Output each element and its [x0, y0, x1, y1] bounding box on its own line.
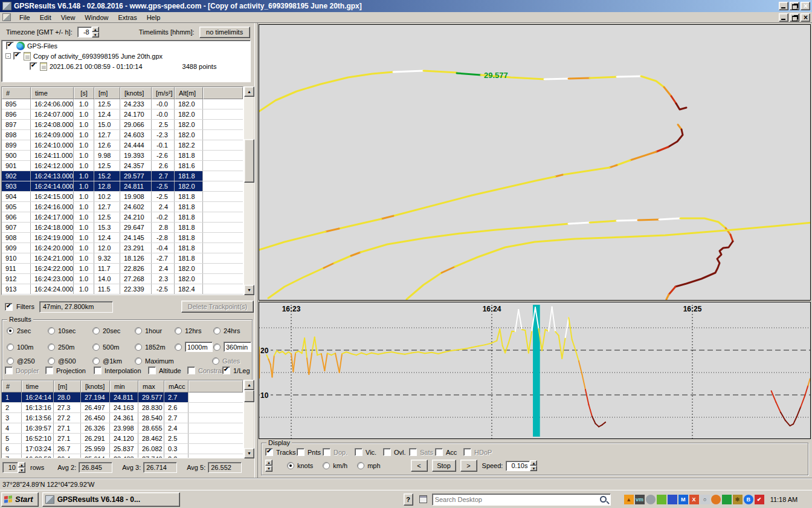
checkbox-option-Vic.[interactable]: Vic. — [355, 448, 383, 456]
unit-radio-knots[interactable]: knots — [287, 462, 313, 469]
speed-up-icon[interactable]: ▲ — [530, 460, 537, 466]
table-row[interactable]: 90416:24:15.0001.010.219.908-2.5181.8 — [2, 192, 243, 202]
checkbox[interactable] — [222, 366, 230, 374]
checkbox[interactable] — [463, 448, 471, 456]
radio-option-@250[interactable]: @250 — [7, 357, 48, 365]
table-row[interactable]: 91316:24:24.0001.011.522.339-2.5182.4 — [2, 284, 243, 295]
checkbox[interactable] — [297, 448, 304, 456]
table-row[interactable]: 91216:24:23.0001.014.027.2682.3182.0 — [2, 274, 243, 284]
radio-option-1hour[interactable]: 1hour — [135, 327, 175, 334]
collapse-icon[interactable]: - — [5, 53, 11, 59]
timezone-up-icon[interactable]: ▲ — [92, 27, 99, 32]
radio-button[interactable] — [213, 327, 221, 334]
help-button[interactable]: ? — [404, 493, 413, 506]
scrollbar-thumb[interactable] — [244, 139, 254, 183]
table-row[interactable]: 89716:24:08.0001.015.029.0662.5182.0 — [2, 120, 243, 130]
tree-item-file[interactable]: - Copy of activity_6993998195 June 20th.… — [2, 51, 250, 61]
column-header[interactable]: [m/s²] — [152, 87, 175, 99]
radio-button[interactable] — [48, 357, 55, 365]
radio-button[interactable] — [175, 344, 182, 351]
checkbox[interactable] — [187, 366, 195, 374]
track-map[interactable]: 29.577 — [259, 24, 811, 301]
radio-button[interactable] — [135, 357, 142, 365]
document-icon[interactable] — [2, 13, 11, 21]
radio-option-20sec[interactable]: 20sec — [92, 327, 135, 334]
table-row[interactable]: 90116:24:12.0001.012.524.3572.6181.6 — [2, 161, 243, 171]
rows-down-icon[interactable]: ▼ — [18, 467, 25, 473]
scroll-up-icon[interactable]: ▲ — [244, 380, 254, 390]
x-app-tray-icon[interactable]: X — [689, 495, 699, 504]
radio-button[interactable] — [7, 357, 14, 365]
mdi-close-icon[interactable] — [801, 13, 810, 22]
table-row[interactable]: 90016:24:11.0001.09.9819.393-2.6181.8 — [2, 151, 243, 161]
gears-tray-icon[interactable]: ✱ — [733, 495, 743, 504]
menu-item-file[interactable]: File — [14, 13, 35, 22]
table-row[interactable]: 89916:24:10.0001.012.624.444-0.1182.2 — [2, 140, 243, 151]
minimize-icon[interactable] — [779, 2, 788, 10]
table-row[interactable]: 89816:24:09.0001.012.724.603-2.3182.0 — [2, 130, 243, 140]
table-row[interactable]: 216:13:1627.326.49724.16328.8302.6 — [2, 403, 243, 413]
radio-button[interactable] — [287, 462, 294, 469]
rows-count-input[interactable]: 10 — [2, 462, 18, 473]
checkbox-option-Altitude[interactable]: Altitude — [148, 366, 187, 374]
speed-chart[interactable]: 16:2316:2416:252010 — [259, 302, 811, 439]
table-row[interactable]: 89516:24:06.0001.012.524.233-0.0182.0 — [2, 99, 243, 109]
checkbox[interactable] — [383, 448, 391, 456]
checkbox-option-Pnts[interactable]: Pnts — [297, 448, 323, 456]
radio-button[interactable] — [92, 357, 100, 365]
checkbox[interactable] — [265, 448, 273, 456]
radio-option-100m[interactable]: 100m — [7, 344, 48, 351]
column-header[interactable]: mAcc — [164, 380, 188, 392]
checkbox-option-Doppler[interactable]: Doppler — [5, 366, 45, 374]
table-row[interactable]: 90916:24:20.0001.012.023.291-0.4181.8 — [2, 243, 243, 253]
radio-button[interactable] — [48, 344, 55, 351]
radio-button[interactable] — [175, 327, 182, 334]
menu-item-help[interactable]: Help — [142, 13, 166, 22]
filters-value-field[interactable]: 47min, 27.800km — [39, 301, 113, 313]
radio-option-250m[interactable]: 250m — [48, 344, 92, 351]
malwarebytes-tray-icon[interactable]: M — [678, 495, 688, 504]
table-row[interactable]: 316:13:5627.226.45024.36128.5402.7 — [2, 413, 243, 423]
radio-option-360min[interactable]: 360min — [213, 342, 251, 352]
speed-input[interactable]: 0.10s — [506, 461, 530, 471]
column-header[interactable]: max — [138, 380, 164, 392]
checkbox[interactable] — [94, 366, 102, 374]
desktop-toolbar-icon[interactable] — [419, 495, 427, 503]
column-header[interactable]: [knots] — [81, 380, 110, 392]
taskbar-task-gpsresults[interactable]: GPSResults V6.148 - 0... — [42, 492, 180, 507]
table-row[interactable]: 90616:24:17.0001.012.524.210-0.2181.8 — [2, 212, 243, 223]
stop-button[interactable]: Stop — [432, 460, 456, 472]
restore-icon[interactable] — [790, 2, 799, 10]
timelimits-button[interactable]: no timelimits — [199, 27, 250, 38]
search-input[interactable] — [433, 495, 600, 504]
checkbox-option-Projection[interactable]: Projection — [45, 366, 94, 374]
radio-option-@500[interactable]: @500 — [48, 357, 92, 365]
menu-item-view[interactable]: View — [56, 13, 80, 22]
vmware-tray-icon[interactable]: vm — [635, 495, 645, 504]
radio-option-12hrs[interactable]: 12hrs — [175, 327, 213, 334]
table-row[interactable]: 416:39:5727.126.32623.99828.6552.4 — [2, 423, 243, 434]
table-row[interactable]: 91116:24:22.0001.011.722.8262.4182.0 — [2, 264, 243, 274]
radio-button[interactable] — [92, 344, 100, 351]
start-button[interactable]: Start — [1, 492, 39, 507]
close-icon[interactable] — [801, 2, 810, 10]
table-row[interactable]: 89616:24:07.0001.012.424.170-0.0182.0 — [2, 109, 243, 120]
table-row[interactable]: 116:24:1428.027.19424.81129.5772.7 — [2, 392, 243, 403]
radio-button[interactable] — [323, 462, 330, 469]
checkbox[interactable] — [435, 448, 443, 456]
timezone-input[interactable]: -8 — [77, 27, 92, 37]
checkbox[interactable] — [45, 366, 53, 374]
checkbox-option-1/Leg[interactable]: 1/Leg — [222, 366, 250, 374]
delete-trackpoints-button[interactable]: Delete Trackpoint(s) — [181, 301, 254, 313]
radio-value-input[interactable]: 360min — [224, 342, 251, 352]
checkbox-option-Tracks[interactable]: Tracks — [265, 448, 297, 456]
table-row[interactable]: 716:28:5226.425.61423.48827.7402.2 — [2, 454, 243, 458]
step-forward-button[interactable]: > — [460, 460, 477, 472]
checkbox[interactable] — [409, 448, 417, 456]
column-header[interactable]: time — [31, 87, 74, 99]
checkbox[interactable] — [355, 448, 362, 456]
unit-radio-km/h[interactable]: km/h — [323, 462, 347, 469]
menu-item-extras[interactable]: Extras — [113, 13, 141, 22]
trackpoint-scrollbar[interactable]: ▲ ▼ — [243, 86, 254, 295]
scrollbar-thumb[interactable] — [244, 390, 254, 402]
